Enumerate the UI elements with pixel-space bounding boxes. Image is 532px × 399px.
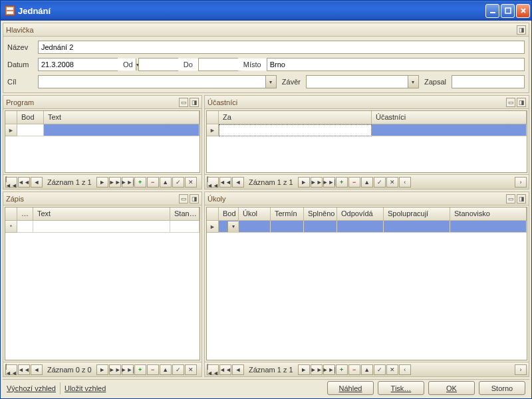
add-icon[interactable]: + — [336, 364, 348, 375]
pin-icon[interactable]: ◨ — [190, 194, 199, 203]
scroll-left-icon[interactable]: ‹ — [399, 177, 411, 188]
maximize-icon[interactable]: ▭ — [179, 98, 188, 107]
col-text[interactable]: Text — [44, 111, 200, 124]
nav-next-icon[interactable]: ► — [298, 177, 310, 188]
col-za[interactable]: Za — [219, 111, 372, 124]
nav-nextpage-icon[interactable]: ►► — [311, 177, 323, 188]
nav-prevpage-icon[interactable]: ◄◄ — [18, 364, 30, 375]
pin-icon[interactable]: ◨ — [517, 194, 526, 203]
pin-icon[interactable]: ◨ — [517, 25, 526, 35]
cancel-icon[interactable]: ✕ — [386, 177, 398, 188]
scroll-right-icon[interactable]: › — [515, 364, 527, 375]
print-button[interactable]: Tisk… — [378, 381, 424, 395]
col-bod[interactable]: Bod — [17, 111, 44, 124]
add-icon[interactable]: + — [134, 177, 146, 188]
add-icon[interactable]: + — [336, 177, 348, 188]
ok-icon[interactable]: ✓ — [172, 177, 184, 188]
table-row[interactable]: ► — [5, 124, 200, 136]
cancel-icon[interactable]: ✕ — [185, 364, 197, 375]
col-odpovida[interactable]: Odpovídá — [337, 207, 384, 220]
nav-prevpage-icon[interactable]: ◄◄ — [18, 177, 30, 188]
wrote-field[interactable] — [452, 75, 525, 88]
col-ukol[interactable]: Úkol — [239, 207, 271, 220]
col-termin[interactable]: Termín — [271, 207, 304, 220]
conclusion-field[interactable]: ▾ — [306, 75, 419, 88]
scroll-left-icon[interactable]: ‹ — [399, 364, 411, 375]
pin-icon[interactable]: ◨ — [517, 98, 526, 107]
remove-icon[interactable]: − — [147, 364, 159, 375]
save-layout-link[interactable]: Uložit vzhled — [65, 384, 106, 392]
table-row[interactable]: ► — [207, 124, 527, 136]
edit-icon[interactable]: ▲ — [160, 177, 172, 188]
table-row[interactable]: ► ▾ — [207, 221, 527, 233]
date-field[interactable]: ▾ — [38, 58, 118, 71]
dropdown-icon[interactable]: ▾ — [265, 76, 276, 88]
nav-prev-icon[interactable]: ◄ — [232, 364, 244, 375]
remove-icon[interactable]: − — [348, 364, 360, 375]
cancel-button[interactable]: Storno — [479, 381, 525, 395]
nav-next-icon[interactable]: ► — [96, 177, 108, 188]
col-text[interactable]: Text — [33, 207, 170, 220]
close-button[interactable] — [516, 4, 530, 18]
dropdown-icon[interactable]: ▾ — [408, 76, 418, 88]
edit-icon[interactable]: ▲ — [361, 364, 373, 375]
cancel-icon[interactable]: ✕ — [185, 177, 197, 188]
nav-next-icon[interactable]: ► — [96, 364, 108, 375]
maximize-icon[interactable]: ▭ — [506, 98, 515, 107]
nav-first-icon[interactable]: |◄◄ — [5, 177, 17, 188]
col-spolupracuji[interactable]: Spolupracují — [384, 207, 450, 220]
col-bod[interactable]: Bod — [219, 207, 239, 220]
cancel-icon[interactable]: ✕ — [386, 364, 398, 375]
participants-grid[interactable]: Za Účastníci ► — [206, 110, 527, 173]
nav-last-icon[interactable]: ►►| — [323, 177, 335, 188]
preview-button[interactable]: Náhled — [327, 381, 374, 395]
edit-icon[interactable]: ▲ — [160, 364, 172, 375]
nav-last-icon[interactable]: ►►| — [122, 177, 134, 188]
nav-prevpage-icon[interactable]: ◄◄ — [219, 177, 231, 188]
nav-first-icon[interactable]: |◄◄ — [207, 364, 219, 375]
scroll-right-icon[interactable]: › — [515, 177, 527, 188]
default-layout-link[interactable]: Výchozí vzhled — [7, 384, 56, 392]
table-row[interactable]: * — [5, 221, 200, 233]
ok-icon[interactable]: ✓ — [172, 364, 184, 375]
place-field[interactable] — [267, 58, 525, 71]
ok-icon[interactable]: ✓ — [374, 177, 386, 188]
nav-first-icon[interactable]: |◄◄ — [207, 177, 219, 188]
remove-icon[interactable]: − — [147, 177, 159, 188]
maximize-icon[interactable]: ▭ — [506, 194, 515, 203]
col-dots[interactable]: … — [17, 207, 33, 220]
ok-button[interactable]: OK — [428, 381, 475, 395]
col-stan[interactable]: Stan… — [170, 207, 200, 220]
add-icon[interactable]: + — [134, 364, 146, 375]
nav-prevpage-icon[interactable]: ◄◄ — [219, 364, 231, 375]
edit-icon[interactable]: ▲ — [361, 177, 373, 188]
col-splneno[interactable]: Splněno — [304, 207, 337, 220]
col-stanovisko[interactable]: Stanovisko — [450, 207, 527, 220]
program-grid[interactable]: Bod Text ► — [5, 110, 200, 173]
nav-nextpage-icon[interactable]: ►► — [109, 177, 121, 188]
ukoly-grid[interactable]: Bod Úkol Termín Splněno Odpovídá Spolupr… — [206, 207, 527, 360]
zapis-grid[interactable]: … Text Stan… * — [5, 207, 200, 360]
dropdown-icon[interactable]: ▾ — [227, 221, 238, 232]
nav-prev-icon[interactable]: ◄ — [232, 177, 244, 188]
nav-nextpage-icon[interactable]: ►► — [311, 364, 323, 375]
maximize-icon[interactable]: ▭ — [179, 194, 188, 203]
nav-first-icon[interactable]: |◄◄ — [5, 364, 17, 375]
nav-next-icon[interactable]: ► — [298, 364, 310, 375]
svg-rect-3 — [490, 12, 495, 13]
pin-icon[interactable]: ◨ — [190, 98, 199, 107]
remove-icon[interactable]: − — [348, 177, 360, 188]
minimize-button[interactable] — [485, 4, 499, 18]
ok-icon[interactable]: ✓ — [374, 364, 386, 375]
maximize-button[interactable] — [501, 4, 515, 18]
nav-last-icon[interactable]: ►►| — [122, 364, 134, 375]
to-field[interactable]: ▲▼ — [198, 58, 238, 71]
nav-prev-icon[interactable]: ◄ — [31, 364, 43, 375]
from-field[interactable]: ▲▼ — [138, 58, 178, 71]
goal-field[interactable]: ▾ — [38, 75, 277, 88]
nav-last-icon[interactable]: ►►| — [323, 364, 335, 375]
nav-prev-icon[interactable]: ◄ — [31, 177, 43, 188]
name-field[interactable] — [38, 41, 525, 54]
col-ucastnici[interactable]: Účastníci — [372, 111, 527, 124]
nav-nextpage-icon[interactable]: ►► — [109, 364, 121, 375]
